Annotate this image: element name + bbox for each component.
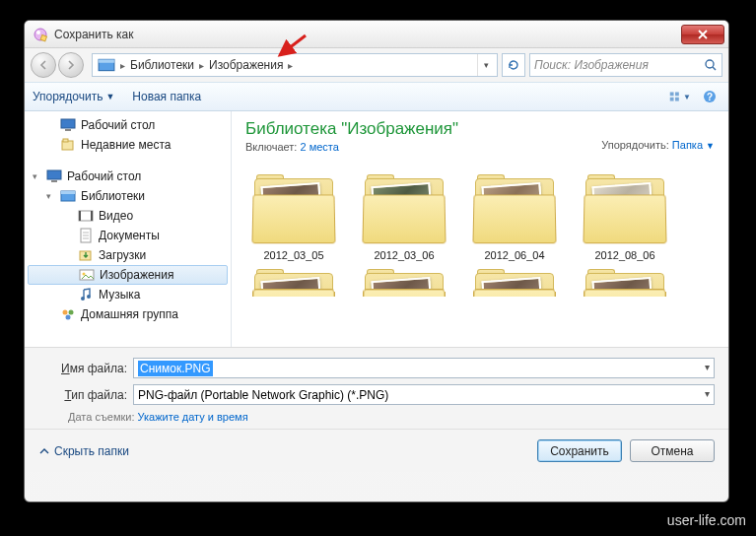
search-placeholder: Поиск: Изображения [534, 58, 704, 72]
svg-rect-22 [91, 211, 93, 221]
view-icon [669, 90, 681, 103]
search-icon [704, 58, 718, 72]
view-mode-button[interactable]: ▼ [669, 86, 691, 107]
window-title: Сохранить как [54, 28, 133, 41]
chevron-right-icon: ▸ [199, 60, 204, 71]
arrange-label: Упорядочить: [601, 139, 669, 151]
folder-label: 2012_08_06 [577, 249, 673, 261]
refresh-icon [507, 58, 520, 72]
document-icon [78, 228, 94, 243]
sidebar-item-music[interactable]: Музыка [25, 285, 231, 304]
svg-rect-16 [47, 170, 61, 179]
folder-item[interactable]: 2012_03_05 [245, 174, 342, 261]
folder-item[interactable]: 2012_03_06 [356, 174, 452, 261]
sidebar-item-desktop-root[interactable]: ▾ Рабочий стол [25, 167, 231, 186]
forward-button[interactable] [58, 52, 84, 78]
help-button[interactable]: ? [699, 86, 721, 107]
svg-rect-13 [65, 129, 71, 131]
organize-menu[interactable]: Упорядочить ▼ [33, 90, 114, 103]
action-bar: Скрыть папки Сохранить Отмена [25, 429, 728, 472]
desktop-icon [60, 117, 76, 133]
folder-icon [469, 174, 560, 245]
folder-item[interactable] [466, 269, 563, 297]
sidebar-item-documents[interactable]: Документы [25, 226, 231, 245]
svg-rect-6 [670, 92, 674, 96]
folder-icon [248, 269, 339, 297]
chevron-down-icon: ▾ [46, 191, 51, 201]
breadcrumb-item[interactable]: Библиотеки [127, 58, 197, 72]
folder-item[interactable] [356, 269, 452, 297]
sidebar-item-recent[interactable]: Недавние места [25, 135, 231, 155]
chevron-down-icon: ▼ [105, 92, 114, 101]
folder-label: 2012_03_06 [356, 249, 452, 261]
svg-rect-19 [61, 191, 75, 194]
desktop-icon [46, 168, 62, 184]
sidebar-item-homegroup[interactable]: Домашняя группа [25, 304, 231, 324]
toolbar: Упорядочить ▼ Новая папка ▼ ? [25, 82, 728, 111]
breadcrumb-dropdown[interactable]: ▾ [477, 54, 495, 76]
filename-input[interactable]: Снимок.PNG [133, 358, 715, 378]
libraries-icon [60, 188, 76, 204]
folder-label: 2012_06_04 [466, 249, 563, 261]
help-icon: ? [703, 90, 717, 103]
sidebar-item-pictures[interactable]: Изображения [28, 265, 228, 285]
svg-rect-21 [79, 211, 81, 221]
svg-point-5 [706, 60, 714, 68]
chevron-right-icon: ▸ [288, 60, 293, 71]
date-taken-link[interactable]: Укажите дату и время [138, 411, 248, 423]
svg-rect-9 [675, 98, 679, 101]
sidebar-item-video[interactable]: Видео [25, 206, 231, 226]
filetype-label: Тип файла: [38, 388, 127, 402]
watermark: user-life.com [667, 512, 746, 528]
breadcrumb[interactable]: ▸ Библиотеки ▸ Изображения ▸ ▾ [92, 53, 498, 77]
music-icon [78, 287, 94, 302]
svg-text:?: ? [707, 92, 713, 102]
svg-rect-4 [99, 59, 114, 62]
filetype-value: PNG-файл (Portable Network Graphic) (*.P… [138, 388, 388, 402]
app-icon [33, 27, 48, 42]
date-taken-label: Дата съемки: [68, 411, 134, 423]
sidebar-item-libraries[interactable]: ▾ Библиотеки [25, 186, 231, 206]
save-button[interactable]: Сохранить [537, 439, 622, 462]
close-button[interactable] [681, 25, 724, 44]
sidebar-item-desktop[interactable]: Рабочий стол [25, 115, 231, 135]
includes-link[interactable]: 2 места [300, 141, 338, 153]
svg-point-26 [83, 273, 86, 276]
svg-rect-20 [79, 211, 93, 221]
svg-rect-7 [675, 92, 679, 96]
hide-folders-button[interactable]: Скрыть папки [38, 444, 129, 458]
cancel-button[interactable]: Отмена [630, 439, 715, 462]
chevron-right-icon: ▸ [120, 60, 125, 71]
svg-point-29 [63, 310, 68, 315]
filename-value: Снимок.PNG [138, 361, 213, 376]
sidebar-item-downloads[interactable]: Загрузки [25, 245, 231, 265]
svg-rect-15 [63, 139, 68, 142]
back-button[interactable] [31, 52, 56, 78]
library-title: Библиотека "Изображения" [245, 119, 715, 139]
folder-icon [359, 174, 449, 245]
fields-panel: Имя файла: Снимок.PNG Тип файла: PNG-фай… [25, 348, 728, 429]
folder-item[interactable]: 2012_08_06 [577, 174, 673, 261]
folder-item[interactable] [577, 269, 673, 297]
folder-icon [248, 174, 339, 245]
breadcrumb-item[interactable]: Изображения [206, 58, 286, 72]
arrange-dropdown[interactable]: Папка ▼ [672, 139, 715, 151]
folder-icon [359, 269, 449, 297]
folder-item[interactable] [245, 269, 342, 297]
homegroup-icon [60, 306, 76, 322]
includes-label: Включает: [245, 141, 297, 153]
chevron-down-icon: ▼ [706, 141, 715, 151]
new-folder-button[interactable]: Новая папка [132, 90, 201, 103]
folder-icon [580, 174, 670, 245]
refresh-button[interactable] [502, 53, 525, 77]
search-input[interactable]: Поиск: Изображения [529, 53, 722, 77]
arrow-left-icon [37, 59, 49, 71]
video-icon [78, 208, 94, 224]
recent-icon [60, 137, 76, 153]
sidebar: Рабочий стол Недавние места ▾ Рабочий ст… [25, 111, 232, 347]
folder-item[interactable]: 2012_06_04 [466, 174, 563, 261]
svg-point-30 [69, 310, 74, 315]
filetype-select[interactable]: PNG-файл (Portable Network Graphic) (*.P… [133, 384, 715, 405]
chevron-down-icon: ▼ [683, 93, 691, 101]
arrow-right-icon [65, 59, 77, 71]
